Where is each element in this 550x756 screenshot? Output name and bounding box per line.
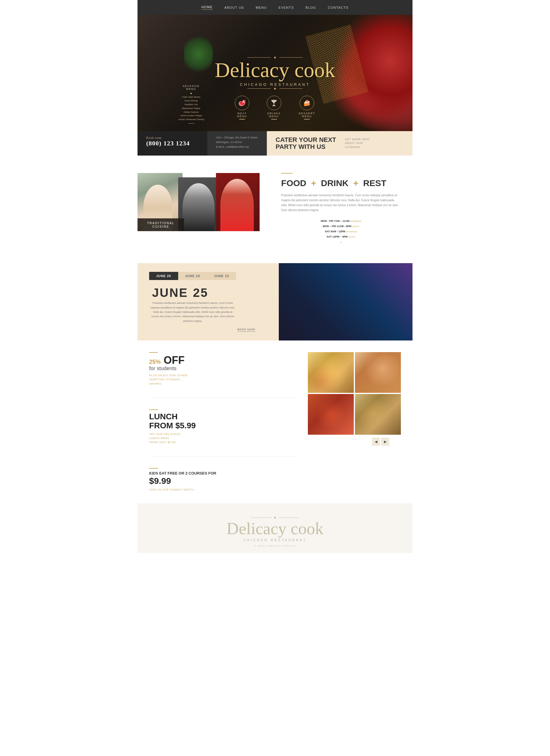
- hero-decorator-bottom: [215, 88, 335, 90]
- offers-content: 25% OFF for students PLUS ENJOY OUR OTHE…: [149, 352, 296, 492]
- student-discount: 25% OFF for students PLUS ENJOY OUR OTHE…: [149, 352, 296, 386]
- kids-offer: KIDS EAT FREE OR 2 COURSES FOR $9.99 JOI…: [149, 468, 296, 492]
- discount-sub: for students: [149, 365, 296, 372]
- event-description: Praesent vestibulum aenean nonummy hendr…: [149, 301, 236, 323]
- next-page-button[interactable]: ▶: [381, 438, 389, 446]
- hero-title: Delicacy cook: [215, 60, 335, 81]
- hours-row-4: SAT 12PM – 4PM (lunch): [281, 234, 401, 239]
- footer: Delicacy cook CHICAGO RESTAURANT © 2014 …: [137, 503, 413, 553]
- lunch-offer: LUNCHFROM $5.99 TRY OUR DELICIOUSLUNCH M…: [149, 409, 196, 445]
- seafood-dropdown: SEAFOODMENU Crab Cake Dinner Fried Shrim…: [178, 85, 204, 125]
- events-tab-june15[interactable]: JUNE 15: [207, 272, 236, 280]
- email-label: E-MAIL:: [216, 145, 226, 148]
- herbs-decoration: [184, 32, 213, 76]
- event-date: JUNE 25: [149, 286, 256, 300]
- hero-section: SEAFOODMENU Crab Cake Dinner Fried Shrim…: [137, 15, 413, 131]
- seafood-item-4: Blackened Tilapia: [178, 107, 204, 110]
- meat-menu-line: [239, 119, 245, 120]
- hero-content: Delicacy cook CHICAGO RESTAURANT: [215, 56, 335, 91]
- hours-row-2: MON – FRI 11AM - 8PM (lunch): [281, 224, 401, 229]
- address-line2: Wilmington, CA 90744: [216, 140, 258, 145]
- dessert-menu-icon[interactable]: 🍰 DESSERTMENU: [299, 96, 315, 120]
- dessert-menu-label: DESSERTMENU: [299, 112, 315, 118]
- offers-section: 25% OFF for students PLUS ENJOY OUR OTHE…: [137, 340, 413, 503]
- seafood-item-7: Jumbo Skewered Shrimp: [178, 118, 204, 122]
- hero-dot-right: [274, 88, 276, 90]
- nav-home[interactable]: HOME: [201, 5, 213, 10]
- fdr-title: FOOD + DRINK + REST: [281, 178, 401, 188]
- fdr-title-line: [281, 173, 293, 174]
- dessert-menu-line: [304, 119, 310, 120]
- drinks-menu-icon[interactable]: 🍸 DRINKSMENU: [267, 96, 281, 120]
- traditional-cuisine-label: TRADITIONAL CUISINE: [137, 218, 184, 231]
- food-photo-4: [355, 394, 401, 435]
- fdr-content: FOOD + DRINK + REST Praesent vestibulum …: [269, 167, 413, 252]
- footer-dot: [274, 517, 276, 518]
- offer-line-2: [149, 409, 158, 410]
- address-section: USA – Chicago, 901 Easte E Street, Wilmi…: [207, 131, 267, 156]
- food-photo-2: [355, 352, 401, 393]
- meat-menu-icon[interactable]: 🥩 MEATMENU: [235, 96, 249, 120]
- hero-decorator-top: [215, 57, 335, 58]
- event-day: 25: [193, 286, 208, 299]
- seafood-item-3: Shellfish Trio: [178, 103, 204, 107]
- fdr-body-text: Praesent vestibulum aenean nonummy hendr…: [281, 193, 401, 213]
- events-photo: [279, 263, 413, 340]
- seafood-item-6: Herb-Crusted Tilapia: [178, 114, 204, 118]
- offer-line-1: [149, 352, 158, 353]
- nav-contacts[interactable]: CONTACTS: [328, 6, 349, 9]
- drinks-icon-circle: 🍸: [267, 96, 281, 110]
- singer-photo: [216, 173, 260, 231]
- prev-page-button[interactable]: ◀: [372, 438, 380, 446]
- offer-divider-2: [149, 456, 296, 457]
- meat-menu-label: MEATMENU: [235, 112, 249, 118]
- discount-off: OFF: [164, 354, 185, 366]
- discount-desc: PLUS ENJOY OUR OTHERTEMPTING STUDENTOFFE…: [149, 373, 296, 386]
- cater-link[interactable]: GET MORE INFOABOUT OURCATERING: [345, 138, 369, 149]
- phone-section: Book now: (800) 123 1234: [137, 131, 207, 156]
- food-grid: [308, 352, 401, 435]
- nav-events[interactable]: EVENTS: [278, 6, 294, 9]
- seafood-title: SEAFOODMENU: [178, 85, 204, 90]
- seafood-item-2: Fried Shrimp: [178, 99, 204, 103]
- offer-divider-1: [149, 397, 296, 398]
- info-bar: Book now: (800) 123 1234 USA – Chicago, …: [137, 131, 413, 156]
- hours-row-1: MON - FRI 7AM – 11AM (breakfast): [281, 218, 401, 224]
- seafood-line: [188, 123, 194, 124]
- team-photos: TRADITIONAL CUISINE: [137, 167, 269, 231]
- discount-pct: 25%: [149, 359, 161, 365]
- events-tabs: JUNE 25 JUNE 20 JUNE 15: [149, 272, 256, 280]
- meat-icon-circle: 🥩: [235, 96, 249, 110]
- drink-label: DRINK: [321, 178, 349, 188]
- phone-number: (800) 123 1234: [146, 140, 199, 147]
- hero-subtitle: CHICAGO RESTAURANT: [215, 82, 335, 87]
- hours-table: MON - FRI 7AM – 11AM (breakfast) MON – F…: [281, 218, 401, 243]
- lunch-kids-row: LUNCHFROM $5.99 TRY OUR DELICIOUSLUNCH M…: [149, 409, 296, 445]
- dessert-icon-circle: 🍰: [300, 96, 314, 110]
- footer-line-top: [137, 517, 413, 518]
- plus-2: +: [353, 178, 358, 188]
- email-value: mail@demolink.org: [226, 145, 249, 148]
- events-tab-june25[interactable]: JUNE 25: [149, 272, 178, 280]
- nav-about[interactable]: ABOUT US: [224, 6, 244, 9]
- food-drink-rest-section: TRADITIONAL CUISINE FOOD + DRINK + REST …: [137, 156, 413, 263]
- food-photo-1: [308, 352, 354, 393]
- waiter-photo: [178, 177, 220, 231]
- lunch-title: LUNCHFROM $5.99: [149, 412, 196, 430]
- seafood-item-1: Crab Cake Dinner: [178, 95, 204, 99]
- nav-blog[interactable]: BLOG: [306, 6, 316, 9]
- food-photos-column: ◀ ▶: [308, 352, 401, 492]
- food-label: FOOD: [281, 178, 306, 188]
- kids-label: KIDS EAT FREE OR 2 COURSES FOR: [149, 471, 296, 476]
- rest-label: REST: [363, 178, 386, 188]
- book-now-button[interactable]: BOOK NOW!: [237, 328, 256, 332]
- navigation: HOME ABOUT US MENU EVENTS BLOG CONTACTS: [137, 0, 413, 15]
- hours-row-3: SAT 8AM - 12PM (breakfast): [281, 229, 401, 234]
- drinks-menu-line: [271, 119, 277, 120]
- seafood-item-5: Grilled Salmon: [178, 110, 204, 114]
- nav-menu[interactable]: MENU: [256, 6, 267, 9]
- kids-desc: JOIN US FOR SUNDAY SIESTA: [149, 488, 296, 492]
- hours-dot: [340, 242, 342, 243]
- lunch-desc: TRY OUR DELICIOUSLUNCH MENUFROM JUST $5.…: [149, 432, 196, 445]
- events-tab-june20[interactable]: JUNE 20: [178, 272, 207, 280]
